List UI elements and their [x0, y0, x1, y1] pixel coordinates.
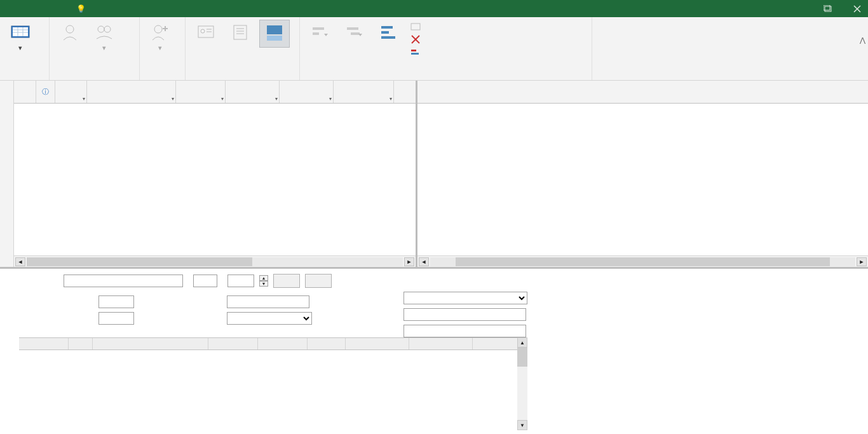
- level-sel-icon: [310, 22, 330, 43]
- scroll-right-icon[interactable]: ►: [857, 257, 867, 266]
- info-icon: ⓘ: [42, 87, 49, 97]
- scroll-right-icon[interactable]: ►: [404, 257, 414, 266]
- ag-col-id[interactable]: [69, 338, 93, 349]
- svg-rect-32: [381, 36, 395, 39]
- ag-col-delay[interactable]: [308, 338, 346, 349]
- gantt-chart: ◄ ►: [417, 81, 868, 267]
- form-max-input[interactable]: [227, 275, 254, 287]
- ribbon-group-assign-label: [55, 78, 134, 79]
- resource-pool-button[interactable]: ▾: [89, 20, 119, 54]
- svg-rect-5: [13, 27, 28, 36]
- col-header-select-all[interactable]: [14, 81, 36, 103]
- svg-point-12: [104, 26, 111, 32]
- info-card-icon: [196, 22, 216, 43]
- details-icon: [264, 23, 285, 43]
- ribbon-group-insert-label: [145, 78, 180, 79]
- ag-col-work[interactable]: [208, 338, 258, 349]
- col-header-start[interactable]: ▾: [226, 81, 280, 103]
- max-spinner[interactable]: ▲▼: [259, 275, 268, 287]
- level-all-button[interactable]: [374, 20, 404, 46]
- gantt-hscroll[interactable]: ◄ ►: [417, 255, 868, 267]
- window-close-icon[interactable]: [849, 3, 865, 15]
- next-icon: [410, 47, 421, 57]
- scroll-left-icon[interactable]: ◄: [419, 257, 429, 266]
- svg-point-13: [154, 25, 162, 33]
- form-name-input[interactable]: [64, 275, 183, 287]
- form-code-input[interactable]: [403, 325, 526, 337]
- form-basecal-select[interactable]: [403, 292, 527, 304]
- notes-icon: [230, 22, 250, 43]
- ag-col-taskname[interactable]: [93, 338, 208, 349]
- leveling-options-button[interactable]: [408, 21, 427, 32]
- add-person-icon: [150, 22, 170, 43]
- form-group-input[interactable]: [403, 308, 526, 321]
- svg-rect-37: [411, 53, 419, 55]
- svg-rect-36: [411, 50, 416, 51]
- level-selection-button[interactable]: [305, 20, 336, 46]
- assign-resources-button[interactable]: [55, 20, 85, 46]
- timescale[interactable]: [417, 81, 868, 104]
- svg-rect-24: [267, 25, 282, 34]
- ag-col-project[interactable]: [19, 338, 69, 349]
- ag-col-levdelay[interactable]: [258, 338, 308, 349]
- tell-me-search[interactable]: 💡: [76, 4, 91, 13]
- add-resources-button[interactable]: ▾: [145, 20, 175, 54]
- level-resource-button[interactable]: [339, 20, 370, 46]
- information-button[interactable]: [191, 20, 221, 46]
- ag-col-schedfinish[interactable]: [409, 338, 473, 349]
- ribbon: ▾ ▾ ▾: [0, 17, 868, 81]
- ag-col-schedstart[interactable]: [346, 338, 409, 349]
- pool-icon: [94, 22, 114, 43]
- next-overallocation-button[interactable]: [408, 46, 427, 58]
- form-ovtrate-input[interactable]: [98, 312, 134, 325]
- col-header-predecessors[interactable]: ▾: [334, 81, 394, 103]
- spin-up-icon[interactable]: ▲: [259, 275, 268, 281]
- svg-rect-28: [347, 27, 358, 30]
- task-table-header: ⓘ ▾ ▾ ▾ ▾ ▾ ▾: [14, 81, 416, 104]
- spin-down-icon[interactable]: ▼: [259, 281, 268, 287]
- window-restore-icon[interactable]: [820, 3, 836, 15]
- svg-point-10: [66, 25, 74, 33]
- task-table-hscroll[interactable]: ◄ ►: [14, 255, 416, 267]
- previous-button[interactable]: [273, 274, 300, 288]
- collapse-ribbon-icon[interactable]: ⋀: [860, 36, 865, 44]
- sheet-icon: [10, 22, 31, 43]
- task-table: ⓘ ▾ ▾ ▾ ▾ ▾ ▾ ◄ ►: [14, 81, 417, 267]
- svg-rect-33: [411, 24, 420, 30]
- clear-leveling-button[interactable]: [408, 34, 427, 45]
- level-res-icon: [344, 22, 365, 43]
- scroll-up-icon[interactable]: ▲: [517, 337, 527, 348]
- scroll-left-icon[interactable]: ◄: [15, 257, 25, 266]
- col-header-duration[interactable]: ▾: [176, 81, 226, 103]
- svg-point-17: [201, 29, 205, 33]
- svg-rect-26: [313, 27, 324, 30]
- options-icon: [410, 22, 421, 32]
- svg-rect-29: [351, 32, 360, 35]
- form-short-input[interactable]: [193, 275, 217, 287]
- details-button[interactable]: [259, 20, 290, 48]
- form-peruse-input[interactable]: [227, 295, 309, 308]
- col-header-mode[interactable]: ▾: [55, 81, 87, 103]
- level-all-icon: [379, 22, 399, 43]
- form-stdrate-input[interactable]: [98, 295, 134, 308]
- resource-sheet-button[interactable]: ▾: [5, 20, 36, 54]
- next-button[interactable]: [305, 274, 332, 288]
- notes-button[interactable]: [225, 20, 255, 46]
- ribbon-group-level-label: [305, 78, 587, 79]
- assign-icon: [60, 22, 80, 43]
- svg-rect-25: [267, 36, 282, 41]
- scroll-down-icon[interactable]: ▼: [517, 420, 527, 430]
- gantt-panel-label[interactable]: [0, 81, 14, 267]
- ribbon-group-view-label: [5, 78, 44, 79]
- assignment-vscroll[interactable]: ▲ ▼: [517, 337, 527, 430]
- col-header-name[interactable]: ▾: [87, 81, 176, 103]
- lightbulb-icon: 💡: [76, 4, 86, 13]
- clear-icon: [410, 34, 421, 44]
- svg-point-11: [98, 26, 104, 32]
- svg-rect-30: [381, 26, 393, 29]
- col-header-indicators[interactable]: ⓘ: [36, 81, 55, 103]
- svg-rect-31: [381, 31, 389, 34]
- assignment-grid: [19, 337, 519, 430]
- form-accrue-select[interactable]: [227, 312, 312, 325]
- col-header-finish[interactable]: ▾: [280, 81, 334, 103]
